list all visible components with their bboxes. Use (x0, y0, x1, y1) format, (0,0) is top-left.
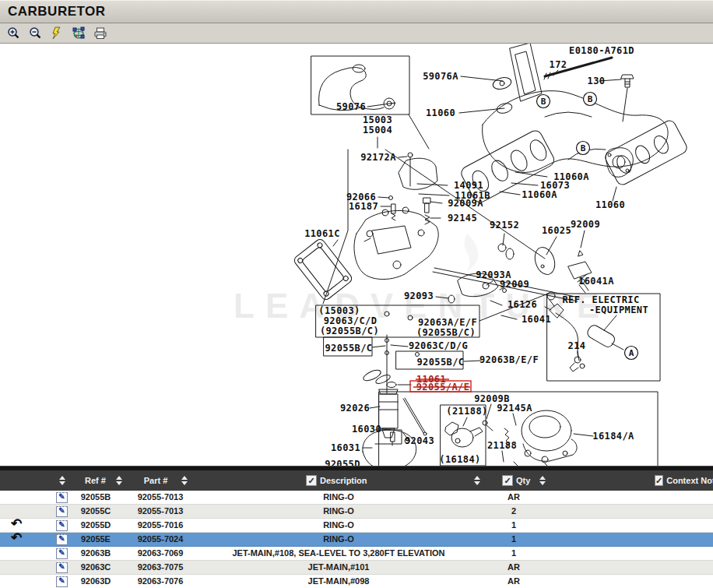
part-label: 15003 (363, 114, 392, 125)
ref-marker-label: A (629, 348, 634, 358)
part-label: 11060 (595, 199, 625, 210)
part-label: 130 (588, 76, 606, 86)
column-header-context-notes[interactable]: Context Not (655, 470, 713, 491)
toolbar (0, 23, 713, 44)
part-label: 16041A (578, 276, 614, 287)
table-row[interactable]: 92063C92063-7075JET-MAIN,#101AR (0, 561, 713, 575)
flash-icon[interactable] (49, 26, 65, 40)
table-row[interactable]: ↶92055E92055-7024RING-O1 (0, 533, 713, 547)
part-label: 92145A (497, 403, 532, 414)
part-label: 92063A/E/F (418, 317, 477, 328)
part-label: 92145 (448, 213, 477, 224)
ref-marker-label: B (541, 97, 546, 107)
qty-checkbox[interactable] (502, 475, 513, 486)
row-ref: 92055E (68, 533, 123, 546)
row-description: RING-O (202, 505, 475, 518)
column-header-qty[interactable]: Qty (502, 470, 530, 491)
row-ref: 92055B (68, 491, 123, 504)
part-label: 21188 (487, 440, 517, 451)
part-label: (15003) (318, 305, 360, 316)
row-part: 92055-7024 (123, 533, 198, 546)
part-label: (92055B/C) (416, 327, 476, 338)
ref-marker-label: B (581, 143, 586, 153)
sort-icon-qty[interactable] (539, 470, 546, 491)
table-row[interactable]: 92063B92063-7069JET-MAIN,#108, SEA-LEVEL… (0, 547, 713, 561)
sort-icon-icons[interactable] (59, 470, 65, 491)
edit-note-icon[interactable] (56, 576, 68, 587)
part-label: -EQUIPMENT (589, 305, 648, 315)
print-icon[interactable] (93, 26, 108, 40)
parts-table: Ref # Part # Description Qty Context Not… (0, 466, 713, 588)
part-label: 16025 (542, 225, 571, 236)
zoom-out-icon[interactable] (27, 26, 43, 40)
watermark-flame (465, 234, 479, 271)
table-row[interactable]: 92055C92055-7013RING-O2 (0, 505, 713, 519)
row-ref: 92055C (68, 505, 123, 518)
edit-note-icon[interactable] (56, 548, 68, 559)
back-arrow-icon[interactable]: ↶ (11, 531, 22, 545)
ref-marker-label: B (588, 94, 593, 104)
part-label: 92009 (500, 279, 529, 290)
page-title-bar: CARBURETOR (0, 0, 713, 23)
sort-icon-ref[interactable] (116, 470, 122, 491)
row-qty: 1 (475, 547, 553, 560)
part-label: 59076 (336, 101, 366, 112)
part-label: 16041 (522, 314, 551, 325)
row-qty: 1 (475, 533, 553, 546)
column-header-part[interactable]: Part # (131, 470, 181, 491)
row-ref: 92063D (68, 575, 123, 588)
back-arrow-icon[interactable]: ↶ (11, 517, 22, 531)
sort-icon-part[interactable] (181, 470, 188, 491)
part-label: 92063C/D/G (409, 340, 468, 351)
part-label: (92055B/C) (320, 326, 379, 336)
hotspot-map-icon[interactable] (71, 26, 86, 40)
part-label: 59076A (423, 71, 458, 82)
part-label: 92009 (571, 219, 600, 230)
edit-note-icon[interactable] (56, 492, 68, 503)
part-label: 92009A (448, 198, 483, 209)
row-ref: 92063B (68, 547, 123, 560)
description-checkbox[interactable] (306, 475, 317, 486)
table-row[interactable]: ↶92055D92055-7016RING-O1 (0, 519, 713, 533)
part-label: 16031 (331, 442, 360, 453)
part-label: 92055B/C (325, 343, 373, 354)
edit-note-icon[interactable] (56, 506, 68, 517)
part-label: 15004 (363, 125, 392, 136)
part-label: 172 (550, 59, 567, 70)
part-label: 16184/A (592, 431, 634, 442)
table-row[interactable]: 92055B92055-7013RING-OAR (0, 491, 713, 505)
part-label: (21188) (446, 406, 487, 417)
row-description: JET-MAIN,#108, SEA-LEVEL TO 3,280FT ELEV… (202, 547, 475, 560)
row-part: 92063-7069 (123, 547, 198, 560)
part-label: 92063/C/D (324, 315, 378, 326)
part-label: 92043 (405, 435, 434, 446)
row-ref: 92063C (68, 561, 123, 574)
row-description: RING-O (202, 519, 475, 532)
sort-icon-description[interactable] (474, 470, 480, 491)
edit-note-icon[interactable] (56, 562, 68, 573)
table-header: Ref # Part # Description Qty Context Not (0, 470, 713, 491)
part-label: 16187 (349, 201, 378, 212)
part-label: 92172A (360, 152, 396, 163)
part-label: 214 (568, 340, 586, 351)
edit-note-icon[interactable] (56, 520, 68, 531)
part-label: 14091 (454, 180, 483, 191)
part-label: 92093 (404, 290, 434, 301)
part-label: 11060 (426, 107, 455, 118)
row-part: 92055-7013 (123, 491, 198, 504)
context-notes-checkbox[interactable] (655, 475, 663, 486)
row-qty: AR (475, 491, 553, 504)
part-label: 11061C (304, 228, 340, 239)
part-label: 16030 (352, 424, 381, 435)
table-row[interactable]: 92063D92063-7076JET-MAIN,#098AR (0, 575, 713, 588)
column-header-description[interactable]: Description (306, 470, 367, 491)
row-part: 92063-7076 (123, 575, 198, 588)
row-qty: AR (475, 561, 553, 574)
zoom-in-icon[interactable] (5, 26, 21, 40)
column-header-ref[interactable]: Ref # (74, 470, 117, 491)
edit-note-icon[interactable] (56, 534, 68, 545)
part-label: 16126 (508, 299, 537, 310)
parts-table-body: 92055B92055-7013RING-OAR92055C92055-7013… (0, 491, 713, 588)
row-description: JET-MAIN,#098 (202, 575, 475, 588)
row-part: 92055-7016 (123, 519, 198, 532)
